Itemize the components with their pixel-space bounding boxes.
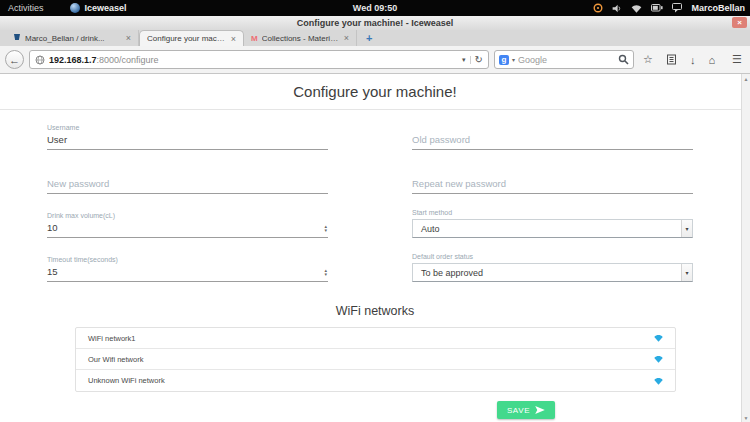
repeat-new-password-field bbox=[412, 160, 693, 194]
user-menu[interactable]: MarcoBellan bbox=[691, 3, 745, 13]
reload-button[interactable]: ↻ bbox=[471, 54, 483, 65]
tab-close-icon[interactable]: × bbox=[231, 35, 236, 43]
network-wifi-icon[interactable] bbox=[631, 4, 642, 13]
send-icon bbox=[535, 406, 545, 414]
save-button-label: SAVE bbox=[507, 406, 530, 415]
url-bar[interactable]: 192.168.1.7:8000/configure ▾ ↻ bbox=[29, 50, 489, 69]
wifi-networks-heading: WiFi networks bbox=[0, 304, 750, 318]
url-host: 192.168.1.7 bbox=[49, 55, 97, 65]
old-password-input[interactable] bbox=[412, 131, 693, 147]
desktop-screen: Activities Iceweasel Wed 09:50 Mar bbox=[0, 0, 750, 422]
url-history-dropdown-icon[interactable]: ▾ bbox=[458, 56, 471, 64]
divider bbox=[0, 109, 750, 110]
new-tab-button[interactable]: + bbox=[357, 30, 381, 46]
url-path: :8000/configure bbox=[97, 55, 159, 65]
tab-bitbucket-drink[interactable]: Marco_Bellan / drink... × bbox=[6, 30, 139, 46]
updates-icon[interactable] bbox=[593, 3, 603, 13]
page-content: Configure your machine! Username Drink m… bbox=[0, 74, 750, 422]
wifi-network-name: Unknown WiFi network bbox=[88, 376, 165, 385]
gnome-top-bar: Activities Iceweasel Wed 09:50 Mar bbox=[0, 0, 750, 16]
default-order-status-label: Default order status bbox=[412, 253, 693, 260]
wifi-network-item[interactable]: Unknown WiFi network bbox=[76, 370, 675, 391]
username-input[interactable] bbox=[47, 131, 328, 147]
focused-app-indicator[interactable]: Iceweasel bbox=[70, 3, 127, 13]
start-method-field: Start method Auto ▾ bbox=[412, 204, 693, 238]
default-order-status-field: Default order status To be approved ▾ bbox=[412, 248, 693, 282]
timeout-time-field: Timeout time(seconds) ▴▾ bbox=[47, 248, 328, 282]
home-icon[interactable]: ⌂ bbox=[704, 54, 719, 66]
downloads-icon[interactable]: ↓ bbox=[686, 54, 700, 66]
url-text[interactable]: 192.168.1.7:8000/configure bbox=[49, 55, 458, 65]
number-spinner[interactable]: ▴▾ bbox=[324, 268, 327, 276]
bitbucket-favicon bbox=[13, 33, 21, 43]
default-order-status-select[interactable]: To be approved ▾ bbox=[412, 263, 693, 282]
number-spinner[interactable]: ▴▾ bbox=[324, 224, 327, 232]
search-input[interactable] bbox=[518, 55, 615, 65]
menu-icon[interactable]: ☰ bbox=[728, 53, 746, 66]
old-password-field bbox=[412, 116, 693, 150]
scroll-up-icon[interactable]: ▲ bbox=[742, 74, 750, 83]
drink-max-volume-label: Drink max volume(cL) bbox=[47, 212, 328, 219]
window-close-button[interactable]: × bbox=[732, 17, 747, 28]
battery-icon[interactable] bbox=[651, 4, 663, 12]
spinner-down-icon[interactable]: ▾ bbox=[324, 272, 327, 276]
materialize-favicon: M bbox=[251, 34, 258, 43]
scroll-down-icon[interactable]: ▼ bbox=[742, 413, 750, 422]
search-icon[interactable] bbox=[618, 54, 629, 65]
drink-max-volume-input[interactable] bbox=[47, 219, 328, 235]
bookmarks-menu-icon[interactable] bbox=[662, 54, 681, 65]
wifi-network-name: Our Wifi network bbox=[88, 355, 143, 364]
search-engine-icon[interactable]: g bbox=[499, 55, 509, 65]
back-button[interactable]: ← bbox=[5, 50, 24, 69]
select-dropdown-icon[interactable]: ▾ bbox=[681, 264, 692, 281]
tab-label: Marco_Bellan / drink... bbox=[25, 34, 122, 43]
wifi-network-item[interactable]: Our Wifi network bbox=[76, 349, 675, 370]
start-method-select[interactable]: Auto ▾ bbox=[412, 219, 693, 238]
tab-label: Collections - Materia... bbox=[262, 34, 340, 43]
chat-icon[interactable] bbox=[672, 3, 682, 13]
wifi-networks-list: WiFi network1 Our Wifi network Unknown W… bbox=[75, 327, 676, 392]
wifi-network-name: WiFi network1 bbox=[88, 334, 136, 343]
back-arrow-icon: ← bbox=[9, 54, 20, 66]
site-globe-icon bbox=[35, 55, 45, 65]
tab-close-icon[interactable]: × bbox=[344, 34, 349, 42]
volume-icon[interactable] bbox=[612, 4, 622, 13]
start-method-value: Auto bbox=[421, 224, 440, 234]
window-title: Configure your machine! - Iceweasel bbox=[297, 18, 454, 28]
drink-max-volume-field: Drink max volume(cL) ▴▾ bbox=[47, 204, 328, 238]
new-password-field bbox=[47, 160, 328, 194]
page-title: Configure your machine! bbox=[0, 74, 750, 100]
tab-strip: Marco_Bellan / drink... × Configure your… bbox=[0, 30, 750, 46]
tab-materialize-collections[interactable]: M Collections - Materia... × bbox=[244, 30, 357, 46]
username-field: Username bbox=[47, 116, 328, 150]
focused-app-name: Iceweasel bbox=[85, 3, 127, 13]
tab-configure-machine[interactable]: Configure your machine! × bbox=[139, 30, 244, 46]
new-password-input[interactable] bbox=[47, 175, 328, 191]
page-scrollbar[interactable]: ▲ ▼ bbox=[741, 74, 750, 422]
save-row: SAVE bbox=[0, 401, 750, 419]
tab-label: Configure your machine! bbox=[147, 34, 227, 43]
timeout-time-input[interactable] bbox=[47, 263, 328, 279]
start-method-label: Start method bbox=[412, 209, 693, 216]
wifi-network-item[interactable]: WiFi network1 bbox=[76, 328, 675, 349]
save-button[interactable]: SAVE bbox=[497, 401, 555, 419]
timeout-time-label: Timeout time(seconds) bbox=[47, 256, 328, 263]
default-order-status-value: To be approved bbox=[421, 268, 483, 278]
wifi-signal-icon bbox=[654, 355, 663, 363]
repeat-new-password-input[interactable] bbox=[412, 175, 693, 191]
username-label: Username bbox=[47, 124, 328, 131]
window-title-bar: Configure your machine! - Iceweasel × bbox=[0, 16, 750, 30]
iceweasel-icon bbox=[70, 3, 80, 13]
configure-form: Username Drink max volume(cL) ▴▾ Start m… bbox=[47, 116, 693, 282]
wifi-signal-icon bbox=[654, 377, 663, 385]
wifi-signal-icon bbox=[654, 334, 663, 342]
search-bar[interactable]: g ▾ bbox=[494, 50, 634, 69]
tab-close-icon[interactable]: × bbox=[126, 34, 131, 42]
navigation-toolbar: ← 192.168.1.7:8000/configure ▾ ↻ g ▾ ☆ ↓… bbox=[0, 46, 750, 74]
select-dropdown-icon[interactable]: ▾ bbox=[681, 220, 692, 237]
search-engine-dropdown-icon[interactable]: ▾ bbox=[512, 56, 515, 63]
spinner-down-icon[interactable]: ▾ bbox=[324, 228, 327, 232]
bookmark-star-icon[interactable]: ☆ bbox=[639, 53, 657, 66]
activities-button[interactable]: Activities bbox=[8, 3, 44, 13]
